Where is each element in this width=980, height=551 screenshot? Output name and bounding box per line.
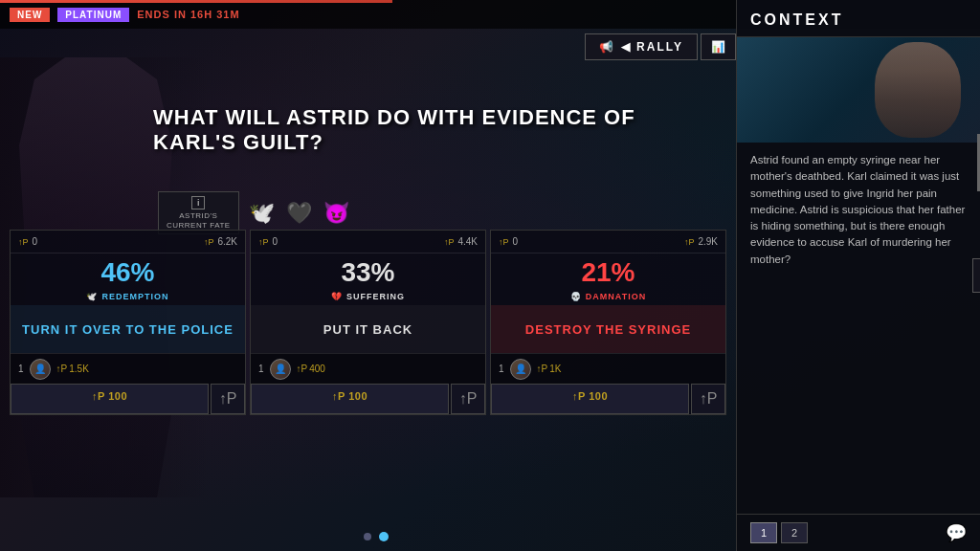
- community-pts-val-redemption: 6.2K: [217, 236, 237, 247]
- fate-label-1: ASTRID'S: [179, 211, 217, 221]
- fate-label-2: CURRENT FATE: [167, 221, 231, 231]
- card-points-top-redemption: ↑P 0: [18, 236, 37, 247]
- rally-icon: 📢: [599, 40, 615, 54]
- card-community-pts-damnation: ↑P 2.9K: [684, 236, 718, 247]
- fate-area: i ASTRID'S CURRENT FATE 🕊️ 🖤 😈: [158, 191, 349, 234]
- fate-icons: 🕊️ 🖤 😈: [249, 201, 349, 226]
- context-bottom: 1 2 💬: [737, 514, 980, 551]
- card-type-label-redemption: REDEMPTION: [101, 292, 168, 301]
- page-tab-2[interactable]: 2: [781, 522, 808, 543]
- card-header-suffering: ↑P 0 ↑P 4.4K: [251, 231, 485, 253]
- card-type-label-damnation: DAMNATION: [586, 292, 646, 301]
- question-title: WHAT WILL ASTRID DO WITH EVIDENCE OF KAR…: [153, 105, 717, 156]
- card-type-icon-damnation: 💀: [570, 292, 582, 301]
- card-footer-pts-redemption: ↑P 1.5K: [56, 364, 89, 374]
- pt-icon-suffering: ↑P: [258, 237, 269, 247]
- community-pt-icon-damnation: ↑P: [684, 237, 695, 247]
- card-redemption: ↑P 0 ↑P 6.2K 46% 🕊️ REDEMPTION TURN IT O…: [10, 230, 246, 415]
- card-type-icon-suffering: 💔: [331, 292, 343, 301]
- card-extra-btn-redemption[interactable]: ↑P: [211, 384, 245, 414]
- footer-pt-icon-suffering: ↑P: [297, 364, 308, 374]
- card-percent-damnation: 21%: [491, 253, 725, 292]
- card-action-suffering[interactable]: PUT IT BACK: [251, 305, 485, 353]
- context-title: CONTEXT: [750, 11, 967, 29]
- card-type-suffering: 💔 SUFFERING: [251, 292, 485, 305]
- card-vote-btn-redemption[interactable]: ↑P 100: [11, 384, 209, 414]
- progress-bar: [0, 0, 392, 3]
- fate-icon-devil: 😈: [323, 201, 349, 226]
- dot-1[interactable]: [364, 533, 371, 540]
- card-extra-btn-suffering[interactable]: ↑P: [451, 384, 485, 414]
- card-rank-redemption: 1: [18, 364, 24, 374]
- card-action-damnation[interactable]: DESTROY THE SYRINGE: [491, 305, 725, 353]
- fate-icon-bird: 🕊️: [249, 201, 275, 226]
- timer: ENDS IN 16H 31M: [137, 9, 239, 20]
- card-suffering: ↑P 0 ↑P 4.4K 33% 💔 SUFFERING PUT IT BACK…: [250, 230, 486, 415]
- context-panel: CONTEXT Astrid found an empty syringe ne…: [736, 0, 980, 551]
- badge-platinum: PLATINUM: [57, 8, 129, 22]
- community-pts-val-suffering: 4.4K: [457, 236, 478, 247]
- card-points-top-suffering: ↑P 0: [258, 236, 278, 247]
- footer-pt-icon-damnation: ↑P: [537, 364, 548, 374]
- main-area: WHAT WILL ASTRID DO WITH EVIDENCE OF KAR…: [0, 29, 736, 551]
- card-extra-btn-damnation[interactable]: ↑P: [691, 384, 725, 414]
- context-collapse-button[interactable]: ›: [972, 258, 980, 293]
- card-action-redemption[interactable]: TURN IT OVER TO THE POLICE: [11, 305, 245, 353]
- card-percent-suffering: 33%: [251, 253, 485, 292]
- card-footer-pts-suffering: ↑P 400: [297, 364, 325, 374]
- rally-button[interactable]: 📢 ◀ RALLY: [585, 33, 698, 60]
- community-pt-icon-suffering: ↑P: [444, 237, 455, 247]
- card-footer-damnation: 1 👤 ↑P 1K: [491, 353, 725, 384]
- bar-chart-button[interactable]: 📊: [701, 33, 736, 60]
- card-type-label-suffering: SUFFERING: [346, 292, 405, 301]
- card-points-top-val-suffering: 0: [273, 236, 278, 247]
- card-footer-pts-damnation: ↑P 1K: [537, 364, 562, 374]
- badge-new: NEW: [10, 8, 50, 22]
- card-community-pts-redemption: ↑P 6.2K: [204, 236, 237, 247]
- card-btns-redemption: ↑P 100 ↑P: [11, 384, 245, 414]
- card-type-icon-redemption: 🕊️: [86, 292, 98, 301]
- bar-chart-icon: 📊: [711, 40, 725, 54]
- card-points-top-damnation: ↑P 0: [499, 236, 518, 247]
- card-type-redemption: 🕊️ REDEMPTION: [11, 292, 245, 305]
- fate-info-box: i ASTRID'S CURRENT FATE: [158, 191, 239, 234]
- dot-2[interactable]: [379, 532, 389, 541]
- card-footer-redemption: 1 👤 ↑P 1.5K: [11, 353, 245, 384]
- cards-row: ↑P 0 ↑P 6.2K 46% 🕊️ REDEMPTION TURN IT O…: [10, 230, 726, 415]
- footer-pt-icon-redemption: ↑P: [56, 364, 68, 374]
- fate-icon-heart: 🖤: [286, 201, 312, 226]
- card-community-pts-suffering: ↑P 4.4K: [444, 236, 478, 247]
- card-points-top-val-damnation: 0: [513, 236, 519, 247]
- context-face: [875, 42, 961, 138]
- page-tab-1[interactable]: 1: [750, 522, 777, 543]
- card-footer-suffering: 1 👤 ↑P 400: [251, 353, 485, 384]
- card-avatar-redemption: 👤: [30, 359, 51, 380]
- community-pts-val-damnation: 2.9K: [698, 236, 718, 247]
- pt-icon-redemption: ↑P: [18, 237, 29, 247]
- card-points-top-val-redemption: 0: [33, 236, 38, 247]
- pagination-dots: [364, 532, 389, 541]
- page-tabs: 1 2: [750, 522, 808, 543]
- card-type-damnation: 💀 DAMNATION: [491, 292, 725, 305]
- card-btns-suffering: ↑P 100 ↑P: [251, 384, 485, 414]
- card-header-redemption: ↑P 0 ↑P 6.2K: [11, 231, 245, 253]
- card-avatar-suffering: 👤: [270, 359, 291, 380]
- context-image: [737, 37, 980, 143]
- info-icon: i: [191, 196, 205, 209]
- card-rank-suffering: 1: [258, 364, 264, 374]
- card-header-damnation: ↑P 0 ↑P 2.9K: [491, 231, 725, 253]
- card-vote-btn-suffering[interactable]: ↑P 100: [251, 384, 449, 414]
- pt-icon-damnation: ↑P: [499, 237, 509, 247]
- rally-label: ◀ RALLY: [621, 40, 683, 54]
- community-pt-icon-redemption: ↑P: [204, 237, 214, 247]
- card-vote-btn-damnation[interactable]: ↑P 100: [491, 384, 689, 414]
- card-percent-redemption: 46%: [11, 253, 245, 292]
- chat-icon[interactable]: 💬: [946, 522, 967, 543]
- card-damnation: ↑P 0 ↑P 2.9K 21% 💀 DAMNATION DESTROY THE…: [490, 230, 726, 415]
- card-rank-damnation: 1: [499, 364, 504, 374]
- context-header: CONTEXT: [737, 0, 980, 37]
- card-btns-damnation: ↑P 100 ↑P: [491, 384, 725, 414]
- card-avatar-damnation: 👤: [510, 359, 531, 380]
- context-body: Astrid found an empty syringe near her m…: [737, 143, 980, 514]
